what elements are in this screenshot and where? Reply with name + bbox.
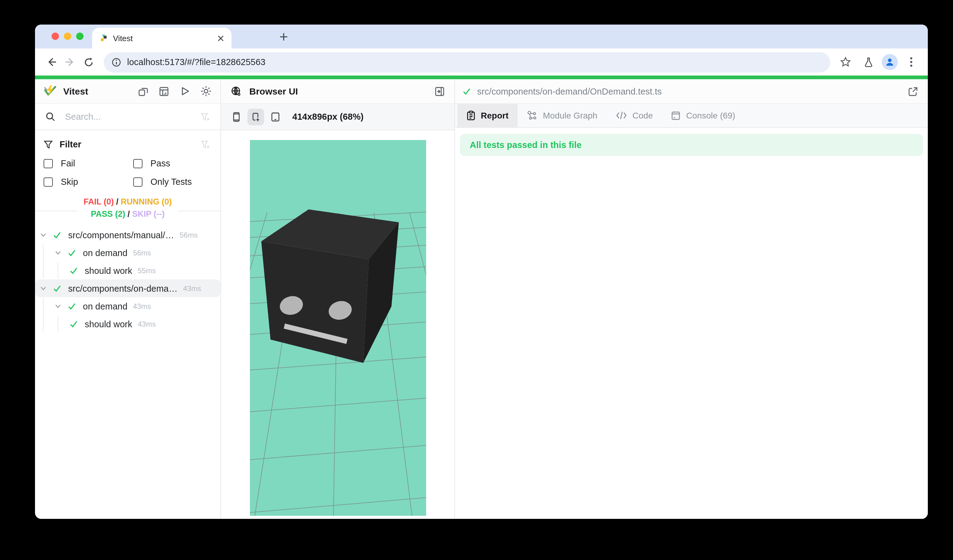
fail-count: FAIL (0) [84,197,114,206]
test-case-label: should work [85,319,132,329]
report-panel: src/components/on-demand/OnDemand.test.t… [455,79,928,519]
filter-section: Filter Fail Pass [35,130,220,194]
phone-rotate-icon[interactable] [247,109,264,125]
all-tests-passed-banner: All tests passed in this file [460,134,923,156]
report-clipboard-icon [467,110,475,120]
zoom-window-button[interactable] [76,33,84,40]
phone-small-icon[interactable] [228,109,244,125]
tab-label: Console (69) [686,110,735,120]
browser-window: Vitest localhost:5173/#/?file=1828625563 [35,25,928,519]
checkbox-icon[interactable] [43,159,53,168]
layout-dashboard-icon[interactable] [157,84,171,99]
skip-count: SKIP (--) [132,209,165,219]
filter-checkboxes: Fail Pass Skip Only Tests [43,157,213,189]
clear-filter-icon[interactable] [198,137,213,152]
test-file-label: src/components/manual/… [68,230,174,240]
tree-test-row[interactable]: should work 43ms [35,315,220,333]
test-tree: src/components/manual/… 56ms on demand 5… [35,226,220,333]
globe-icon [228,84,243,99]
browser-tab[interactable]: Vitest [92,28,231,48]
app-title: Vitest [63,86,88,96]
url-bar[interactable]: localhost:5173/#/?file=1828625563 [104,52,830,72]
device-toolbar: 414x896px (68%) [221,104,455,130]
forward-icon[interactable] [61,53,79,71]
tab-report[interactable]: Report [458,104,518,127]
checkbox-label: Only Tests [151,177,192,187]
run-all-play-icon[interactable] [177,84,192,99]
checkbox-label: Skip [61,177,78,187]
sidebar: Vitest [35,79,221,519]
console-terminal-icon [672,111,681,120]
pass-check-icon [69,320,78,328]
tree-file-row[interactable]: src/components/manual/… 56ms [35,226,220,244]
collapse-panels-icon[interactable] [136,84,151,99]
search-row [35,104,220,130]
test-case-label: should work [85,265,132,275]
checkbox-label: Fail [61,158,75,168]
close-window-button[interactable] [51,33,59,40]
checkbox-icon[interactable] [133,159,143,168]
tested-app-canvas[interactable] [250,140,426,516]
test-duration: 56ms [133,248,151,257]
back-icon[interactable] [42,53,61,71]
experiments-flask-icon[interactable] [859,53,877,71]
tree-test-row[interactable]: should work 55ms [35,262,220,279]
browser-toolbar: localhost:5173/#/?file=1828625563 [35,48,928,76]
chevron-down-icon[interactable] [40,231,47,238]
external-link-icon[interactable] [906,84,920,99]
test-suite-label: on demand [83,301,127,311]
filter-checkbox-fail[interactable]: Fail [43,157,133,170]
tree-file-row-selected[interactable]: src/components/on-dema… 43ms [35,279,220,297]
test-duration: 43ms [133,302,151,310]
bookmark-star-icon[interactable] [836,53,855,71]
test-duration: 43ms [183,284,201,293]
test-file-path: src/components/on-demand/OnDemand.test.t… [477,86,662,96]
checkbox-label: Pass [151,158,171,168]
tab-close-icon[interactable] [217,35,224,42]
tab-code[interactable]: Code [607,104,662,127]
site-info-icon[interactable] [112,57,121,67]
search-input[interactable] [64,111,192,122]
pass-check-icon [53,284,61,293]
vitest-ui: Vitest [35,79,928,519]
checkbox-icon[interactable] [43,177,53,186]
chevron-down-icon[interactable] [40,285,47,292]
pass-check-icon [68,302,76,310]
vitest-favicon [99,34,108,42]
window-controls [51,33,84,40]
filter-funnel-icon [43,137,53,152]
browser-ui-panel: Browser UI 414x896px (68%) [221,79,455,519]
summary-counts: FAIL (0) / RUNNING (0) PASS (2) / SKIP (… [78,195,178,220]
chevron-down-icon[interactable] [55,249,61,256]
tab-strip: Vitest [35,25,928,48]
minimize-window-button[interactable] [64,33,71,40]
tree-suite-row[interactable]: on demand 56ms [35,244,220,262]
tree-suite-row[interactable]: on demand 43ms [35,297,220,315]
theme-sun-icon[interactable] [198,84,213,99]
filter-checkbox-skip[interactable]: Skip [43,175,133,189]
tab-label: Report [481,110,508,120]
filter-checkbox-pass[interactable]: Pass [133,157,213,170]
checkbox-icon[interactable] [133,177,143,186]
clear-search-filter-icon[interactable] [198,109,213,124]
filter-checkbox-only-tests[interactable]: Only Tests [133,175,213,189]
test-progress-bar [35,76,928,79]
kebab-menu-icon[interactable] [902,53,920,71]
panel-right-icon[interactable] [432,84,447,99]
chevron-down-icon[interactable] [55,303,61,309]
pass-check-icon [53,231,61,239]
test-duration: 55ms [138,266,156,275]
test-summary: FAIL (0) / RUNNING (0) PASS (2) / SKIP (… [35,195,220,220]
tab-console[interactable]: Console (69) [662,104,745,127]
reload-icon[interactable] [79,53,98,71]
profile-avatar[interactable] [882,54,898,70]
filter-header: Filter [43,137,213,152]
module-graph-icon [527,110,537,120]
pass-count: PASS (2) [91,209,125,219]
pass-check-icon [463,87,471,96]
new-tab-button[interactable] [276,29,292,45]
tablet-icon[interactable] [267,109,284,125]
viewport-size-label: 414x896px (68%) [292,112,363,122]
test-duration: 43ms [138,320,156,328]
tab-module-graph[interactable]: Module Graph [518,104,606,127]
